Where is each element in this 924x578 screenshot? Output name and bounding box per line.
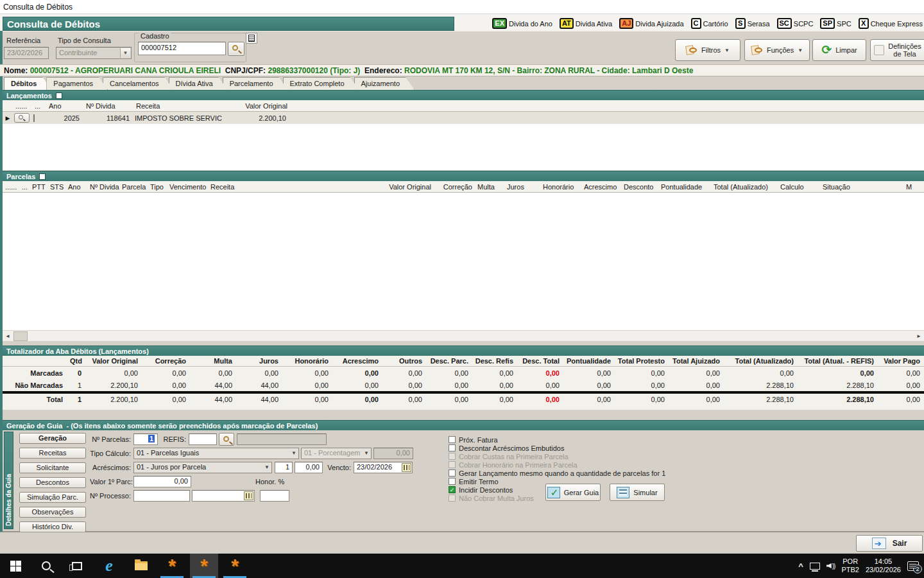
cadastro-list-button[interactable] [246,33,257,44]
valor-parc-input[interactable]: 0,00 [133,476,191,487]
row-detail-button[interactable] [14,113,30,123]
checkbox-item-0[interactable]: Próx. Fatura [449,435,757,444]
endereco-label: Endereco: [364,66,402,75]
side-button-5[interactable]: Observações [19,507,86,518]
legend-item-2: AJDivida Ajuizada [619,18,683,29]
file-explorer-button[interactable] [127,554,155,578]
totalizador-cell-0-3: 0,00 [189,369,235,377]
honor-input[interactable] [260,490,289,502]
refis-input[interactable] [189,434,217,445]
start-button[interactable] [1,554,30,578]
totalizador-cell-1-16: 0,00 [877,381,923,389]
calendar-icon[interactable] [244,491,253,500]
scrollbar-thumb[interactable] [13,331,28,341]
notification-center-button[interactable]: 2 [907,561,919,571]
parcelas-select-all-checkbox[interactable] [39,173,46,180]
taskbar-search-button[interactable] [32,554,60,578]
referencia-field[interactable]: 23/02/2026 [4,47,49,59]
app-window-2-button[interactable]: * [190,554,218,578]
totalizador-cell-2-13: 0,00 [668,396,723,403]
checkbox-box-6[interactable]: ✓ [449,486,456,493]
tab-5[interactable]: Extrato Completo [283,77,359,90]
checkbox-box-4[interactable] [449,469,456,477]
lancamentos-select-all-checkbox[interactable] [56,92,62,99]
gerar-guia-button[interactable]: Gerar Guia [545,484,601,501]
definicoes-tela-button[interactable]: Definiçõesde Tela [870,39,924,61]
checkbox-item-4[interactable]: Gerar Lançamento mesmo quando a quantida… [449,469,757,477]
checkbox-item-1[interactable]: Descontar Acréscimos Embutidos [449,444,757,452]
acrescimos-count-input[interactable]: 1 [275,462,293,473]
vencto-input[interactable]: 23/02/2026 [354,462,413,473]
num-parcelas-input[interactable]: 1 [133,434,158,445]
totalizador-cell-1-7: 0,00 [382,381,425,389]
checkbox-label-6: Incidir Descontos [459,486,513,494]
internet-explorer-button[interactable]: e [95,554,123,578]
calculator-icon [617,487,629,498]
tab-1[interactable]: Pagamentos [46,77,108,90]
tab-4[interactable]: Parcelamento [223,77,288,90]
lanc-col-header-6: Valor Original [231,102,290,110]
horizontal-scrollbar[interactable]: ◄ ► [3,330,924,341]
tab-2[interactable]: Cancelamentos [103,77,173,90]
checkbox-item-5[interactable]: Emitir Termo [449,477,757,486]
side-button-3[interactable]: Descontos [19,477,86,488]
cadastro-input[interactable]: 000007512 [138,42,226,55]
checkbox-item-6[interactable]: ✓Incidir Descontos [449,486,757,494]
side-button-2[interactable]: Solicitante [19,462,86,473]
totalizador-col-header-16: Valor Pago [877,357,923,365]
legend-item-6: SPSPC [820,18,851,29]
side-button-4[interactable]: Simulação Parc. [19,492,86,503]
refis-search-button[interactable] [219,433,234,446]
parc-col-header-4: Ano [65,183,87,191]
definicoes-label: Definiçõesde Tela [888,42,921,58]
tray-expand-icon[interactable]: ^ [798,561,803,571]
task-view-button[interactable] [63,554,91,578]
cadastro-search-button[interactable] [228,42,244,56]
side-button-1[interactable]: Receitas [19,448,86,459]
tipo-calculo-select[interactable]: 01 - Parcelas Iguais▼ [133,448,299,459]
app-window-1-button[interactable]: * [158,554,186,578]
nome-label: Nome: [4,66,28,75]
checkbox-item-7: Não Cobrar Multa Juros [449,494,757,502]
totalizador-cell-1-4: 44,00 [235,381,282,389]
network-icon[interactable] [810,563,820,570]
clock[interactable]: 14:0523/02/2026 [866,557,901,574]
calendar-icon[interactable] [402,463,411,472]
lanc-header-row: .........AnoNº DividaReceitaValor Origin… [3,100,924,112]
lanc-data-row[interactable]: ▶2025118641IMPOSTO SOBRE SERVIC2.200,10 [3,112,924,124]
notification-badge: 2 [913,565,922,574]
app-window-3-button[interactable]: * [221,554,249,578]
row-checkbox[interactable] [33,114,35,122]
cadastro-groupbox: Cadastro 000007512 [134,33,246,62]
limpar-button[interactable]: ⟳ Limpar [812,39,866,61]
geracao-subtitle: - (Os itens abaixo somente serão preench… [66,422,318,430]
filtros-button[interactable]: Filtros ▼ [675,39,740,61]
parcelas-section-header: Parcelas [3,171,924,181]
tab-6[interactable]: Ajuizamento [354,77,415,90]
simular-button[interactable]: Simular [610,484,665,501]
totalizador-col-header-10: Desc. Total [517,357,563,365]
checkbox-box-0[interactable] [449,436,456,443]
tipo-consulta-select[interactable]: Contribuinte ▼ [56,47,132,59]
lancamentos-table: .........AnoNº DividaReceitaValor Origin… [3,100,924,171]
search-icon [19,115,23,119]
checkbox-box-5[interactable] [449,478,456,485]
processo-input[interactable] [133,490,190,502]
side-button-6[interactable]: Histórico Div. [19,521,86,532]
acrescimos-valor-input[interactable]: 0,00 [295,462,323,473]
scroll-left-arrow[interactable]: ◄ [3,331,13,341]
volume-button[interactable]: )) [826,563,835,570]
acrescimos-select[interactable]: 01 - Juros por Parcela▼ [133,462,272,473]
sair-button[interactable]: Sair [856,535,923,552]
scroll-right-arrow[interactable]: ► [914,331,924,341]
lanc-col-header-1: ...... [13,102,32,110]
language-indicator[interactable]: PORPTB2 [841,557,859,574]
totalizador-cell-0-9: 0,00 [472,369,517,377]
checkbox-box-1[interactable] [449,444,456,451]
processo-data-input[interactable] [192,490,255,502]
side-button-0[interactable]: Geração [19,433,86,444]
tab-0[interactable]: Débitos [4,77,51,90]
tab-3[interactable]: Dívida Ativa [169,77,228,90]
taskbar: e * * * ^ )) PORPTB2 14:0523/02/2026 2 [0,554,924,578]
funcoes-button[interactable]: Funções ▼ [744,39,810,61]
